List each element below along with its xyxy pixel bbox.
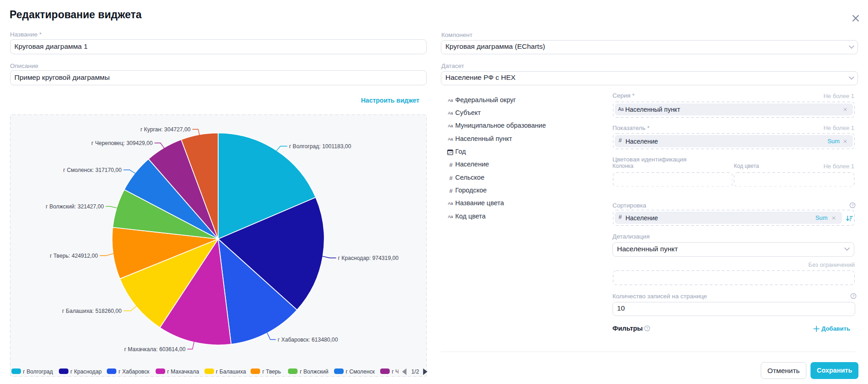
svg-text:?: ? [851,202,853,207]
svg-text:?: ? [852,294,855,298]
svg-text:?: ? [646,326,648,331]
svg-text:1/2: 1/2 [411,368,419,375]
